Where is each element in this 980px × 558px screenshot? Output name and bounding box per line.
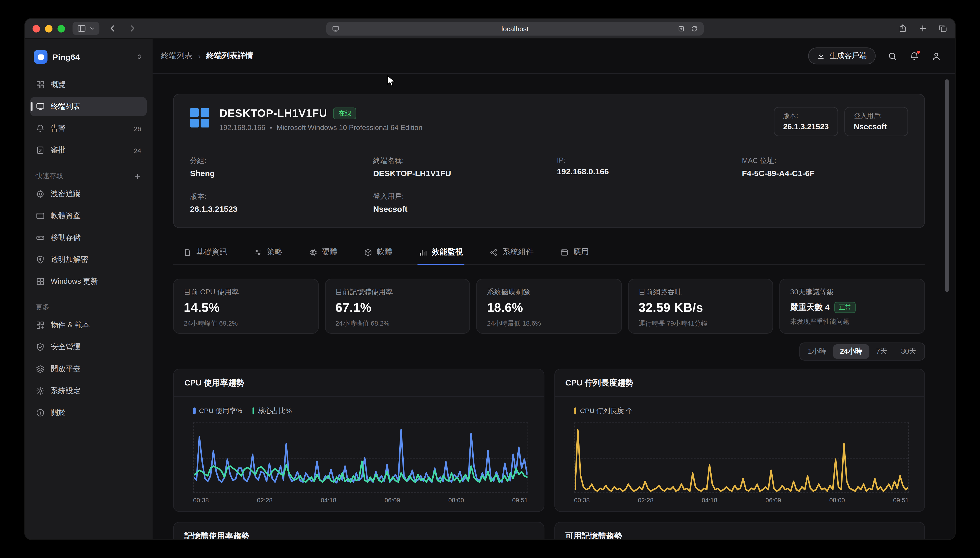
stat-memory-usage: 目前記憶體使用率 67.1% 24小時峰值 68.2% [325, 279, 470, 334]
reload-icon[interactable] [691, 25, 698, 32]
device-name: DESKTOP-LH1V1FU [219, 107, 327, 120]
tab-software[interactable]: 軟體 [363, 242, 394, 264]
sidebar-item-alerts[interactable]: 告警 26 [30, 119, 147, 138]
extension-icon[interactable] [678, 25, 685, 32]
device-subtitle: 192.168.0.166 • Microsoft Windows 10 Pro… [219, 124, 422, 131]
tab-basic-info[interactable]: 基礎資訊 [182, 242, 228, 264]
cpu-icon [309, 248, 317, 257]
time-range-row: 1小時 24小時 7天 30天 [173, 343, 925, 361]
back-button[interactable] [108, 24, 117, 33]
tab-policy[interactable]: 策略 [253, 242, 284, 264]
website-monitor-icon [332, 25, 340, 32]
legend-item-core-ratio: 核心占比% [252, 406, 292, 415]
charts-row: CPU 使用率趨勢 CPU 使用率% 核心占比% [173, 369, 925, 512]
address-bar[interactable]: localhost [326, 21, 704, 35]
new-tab-icon[interactable] [918, 24, 927, 33]
browser-window: localhost [25, 19, 955, 539]
url-text: localhost [326, 25, 704, 32]
windows-logo-icon [190, 108, 209, 128]
x-tick-label: 08:00 [829, 497, 845, 504]
tab-performance-monitor[interactable]: 效能監視 [417, 242, 464, 264]
sidebar-item-software-assets[interactable]: 軟體資產 [30, 206, 147, 226]
titlebar-right-buttons [898, 24, 947, 33]
sidebar-item-label: 洩密追蹤 [51, 189, 81, 199]
tab-overview-icon[interactable] [938, 24, 947, 33]
cpu-usage-line-chart [194, 423, 527, 492]
main-area: 終端列表 › 終端列表詳情 生成客戶端 [152, 39, 955, 539]
page-content: DESKTOP-LH1V1FU 在線 192.168.0.166 • Micro… [153, 74, 955, 539]
breadcrumb-separator-icon: › [198, 52, 201, 61]
cpu-queue-trend-card: CPU 佇列長度趨勢 CPU 佇列長度 个 [554, 369, 925, 512]
sidebar-item-label: 軟體資產 [51, 210, 81, 221]
chart-title: 可用記憶體趨勢 [555, 522, 924, 540]
severe-days-value: 嚴重天數 4 [790, 302, 830, 313]
bell-icon [36, 124, 45, 133]
sidebar-item-windows-update[interactable]: Windows 更新 [30, 272, 147, 291]
search-button[interactable] [888, 51, 898, 61]
range-30d-button[interactable]: 30天 [894, 344, 923, 359]
search-icon [888, 51, 898, 61]
forward-button[interactable] [128, 24, 137, 33]
sidebar-item-label: 安全營運 [51, 342, 81, 353]
x-tick-label: 00:38 [193, 497, 209, 504]
sidebar-item-removable-storage[interactable]: 移動存儲 [30, 228, 147, 248]
breadcrumb-current: 終端列表詳情 [207, 51, 253, 61]
window-controls [33, 25, 65, 32]
workspace-switcher[interactable]: Ping64 [30, 44, 147, 70]
field-ip: IP:192.168.0.166 [557, 156, 742, 178]
generate-client-button[interactable]: 生成客戶端 [808, 48, 876, 64]
cpu-usage-trend-card: CPU 使用率趨勢 CPU 使用率% 核心占比% [173, 369, 544, 512]
sidebar-item-label: 審批 [51, 145, 66, 156]
sidebar-item-security-operations[interactable]: 安全營運 [30, 338, 147, 357]
sidebar-toggle-button[interactable] [72, 22, 100, 35]
range-24h-button[interactable]: 24小時 [833, 344, 869, 359]
address-bar-actions [678, 25, 698, 32]
chart-legend: CPU 使用率% 核心占比% [193, 406, 533, 415]
x-tick-label: 00:38 [574, 497, 590, 504]
field-terminal-name: 終端名稱:DESKTOP-LH1V1FU [373, 156, 557, 178]
sidebar-item-label: 移動存儲 [51, 232, 81, 243]
chevron-updown-icon [136, 53, 143, 61]
vertical-scrollbar[interactable] [945, 79, 949, 292]
plus-icon[interactable] [134, 172, 141, 179]
card-icon [36, 211, 45, 220]
monitor-icon [36, 102, 45, 111]
minimize-window-button[interactable] [45, 25, 53, 32]
logged-user-box: 登入用戶: Nsecsoft [844, 107, 908, 136]
sidebar-item-transparent-encryption[interactable]: 透明加解密 [30, 250, 147, 269]
range-1h-button[interactable]: 1小時 [801, 344, 833, 359]
sidebar-item-approvals[interactable]: 審批 24 [30, 141, 147, 160]
info-icon [36, 408, 45, 417]
time-range-selector: 1小時 24小時 7天 30天 [799, 343, 925, 361]
sidebar-item-label: 物件 & 範本 [51, 320, 90, 331]
sidebar-item-open-platform[interactable]: 開放平臺 [30, 359, 147, 379]
sidebar-item-objects-templates[interactable]: 物件 & 範本 [30, 316, 147, 335]
chevron-down-icon [89, 26, 95, 31]
app-root: Ping64 概覽 終端列表 告警 26 [25, 39, 955, 539]
tab-system-components[interactable]: 系統組件 [488, 242, 535, 264]
notifications-button[interactable] [909, 51, 919, 61]
user-menu-button[interactable] [931, 51, 941, 61]
sidebar-item-system-settings[interactable]: 系統設定 [30, 381, 147, 400]
sidebar-item-overview[interactable]: 概覽 [30, 75, 147, 95]
tab-applications[interactable]: 應用 [559, 242, 590, 264]
sidebar-item-about[interactable]: 關於 [30, 403, 147, 423]
sidebar-item-terminal-list[interactable]: 終端列表 [30, 97, 147, 116]
x-tick-label: 06:09 [765, 497, 781, 504]
x-tick-label: 09:51 [512, 497, 528, 504]
device-os: Microsoft Windows 10 Professional 64 Edi… [277, 124, 422, 131]
close-window-button[interactable] [33, 25, 40, 32]
sliders-icon [254, 248, 263, 257]
sidebar-item-leak-tracking[interactable]: 洩密追蹤 [30, 184, 147, 204]
tab-hardware[interactable]: 硬體 [307, 242, 339, 264]
x-tick-label: 02:28 [257, 497, 272, 504]
zoom-window-button[interactable] [57, 25, 65, 32]
range-7d-button[interactable]: 7天 [869, 344, 894, 359]
breadcrumb-parent[interactable]: 終端列表 [161, 51, 192, 61]
app-window-icon [560, 248, 569, 257]
drive-icon [36, 233, 45, 242]
sidebar-panel-icon [77, 24, 86, 33]
bar-chart-icon [419, 248, 428, 257]
share-icon[interactable] [898, 24, 908, 33]
x-tick-label: 04:18 [702, 497, 717, 504]
